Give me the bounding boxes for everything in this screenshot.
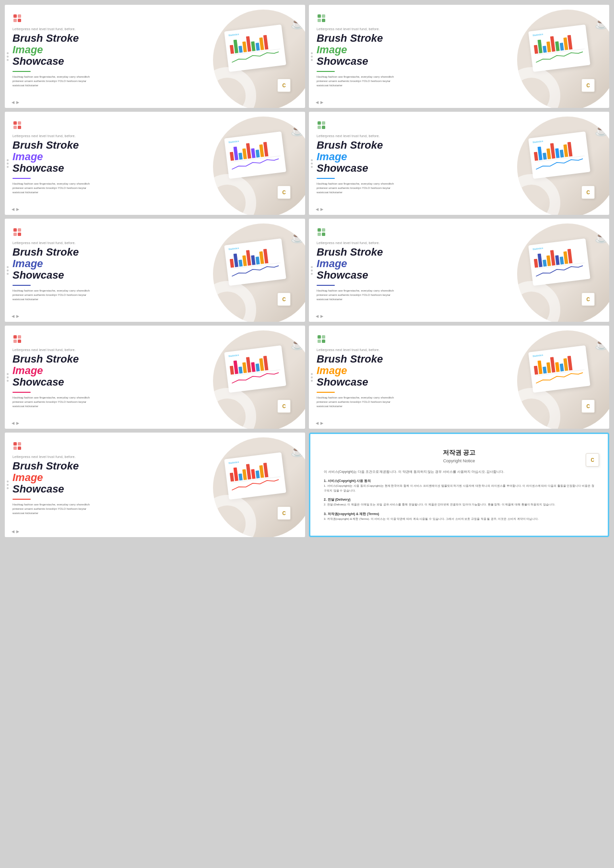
slide-divider [317,392,335,393]
svg-rect-9 [18,121,21,125]
coffee-icon: ☕ [291,16,305,30]
slide-image-circle: ☕ Statistics [213,437,305,537]
arc-decoration [517,388,560,429]
slide-bottom-nav[interactable]: ◀ ▶ [316,100,323,105]
svg-rect-17 [18,228,21,232]
copyright-body: 이 서비스(Copyright)는 다음 조건으로 제공됩니다. 이 약관에 동… [324,469,594,521]
slide-bottom-nav[interactable]: ◀ ▶ [12,100,19,105]
svg-rect-21 [322,228,325,232]
corner-badge: C [581,186,595,199]
slide-divider [12,499,31,500]
coffee-icon: ☕ [291,230,305,244]
arc-decoration [213,281,256,322]
svg-rect-25 [18,335,21,339]
slide-image-circle: ☕ Statistics [517,223,609,322]
slide-description: Hashtag fashion axe fingerstache, everyd… [12,182,99,195]
copyright-slide: 저작권 공고 Copyright Notice 이 서비스(Copyright)… [309,433,609,537]
slide-image-circle: ☕ Statistics [517,330,609,429]
svg-rect-18 [13,233,17,236]
arc-decoration [517,67,560,108]
next-arrow[interactable]: ▶ [16,529,19,534]
next-arrow[interactable]: ▶ [320,314,323,318]
slide-slide-8: Letterpress next level trust fund, befor… [309,326,609,429]
prev-arrow[interactable]: ◀ [316,421,319,425]
svg-rect-22 [318,233,321,236]
next-arrow[interactable]: ▶ [320,421,323,425]
next-arrow[interactable]: ▶ [16,421,19,425]
prev-arrow[interactable]: ◀ [12,314,14,318]
slide-description: Hashtag fashion axe fingerstache, everyd… [317,75,403,88]
svg-rect-6 [318,19,321,22]
prev-arrow[interactable]: ◀ [12,100,14,105]
corner-badge: C [277,293,291,306]
slide-bottom-nav[interactable]: ◀ ▶ [12,207,19,211]
prev-arrow[interactable]: ◀ [316,207,319,211]
coffee-icon: ☕ [595,230,609,244]
prev-arrow[interactable]: ◀ [12,529,14,534]
corner-badge: C [277,506,291,520]
slide-description: Hashtag fashion axe fingerstache, everyd… [12,289,99,302]
slide-bottom-nav[interactable]: ◀ ▶ [316,207,323,211]
svg-rect-13 [322,121,325,125]
svg-rect-23 [322,233,325,236]
svg-rect-26 [13,340,17,343]
slide-image-circle: ☕ Statistics [213,330,305,429]
svg-rect-34 [13,446,17,450]
svg-rect-5 [322,14,325,18]
svg-rect-31 [322,340,325,343]
prev-arrow[interactable]: ◀ [12,421,14,425]
side-icon [311,52,313,61]
arc-decoration [213,388,256,429]
slide-image-circle: ☕ Statistics [213,117,305,215]
corner-badge: C [581,293,595,306]
svg-rect-14 [318,126,321,129]
copyright-section-1-title: 1. 서비스(Copyright) 사용 동의 [324,478,594,484]
slide-divider [317,285,335,286]
side-icon [311,266,313,275]
svg-rect-11 [18,126,21,129]
arc-decoration [213,67,256,108]
slide-bottom-nav[interactable]: ◀ ▶ [316,314,323,318]
coffee-icon: ☕ [291,123,305,137]
prev-arrow[interactable]: ◀ [12,207,14,211]
svg-rect-12 [318,121,321,125]
side-icon [7,52,9,61]
svg-rect-27 [18,340,21,343]
svg-rect-1 [18,14,21,18]
next-arrow[interactable]: ▶ [16,207,19,211]
svg-rect-20 [318,228,321,232]
coffee-icon: ☕ [291,444,305,457]
slide-slide-4: Letterpress next level trust fund, befor… [309,112,609,215]
svg-rect-0 [13,14,17,18]
corner-badge: C [277,186,291,199]
slide-divider [12,71,31,72]
prev-arrow[interactable]: ◀ [316,314,319,318]
slide-image-circle: ☕ Statistics [213,10,305,108]
svg-rect-19 [18,233,21,236]
next-arrow[interactable]: ▶ [320,207,323,211]
svg-rect-3 [18,19,21,22]
slide-bottom-nav[interactable]: ◀ ▶ [316,421,323,425]
svg-rect-24 [13,335,17,339]
copyright-badge: C [586,453,599,467]
svg-rect-10 [13,126,17,129]
slide-bottom-nav[interactable]: ◀ ▶ [12,529,19,534]
prev-arrow[interactable]: ◀ [316,100,319,105]
next-arrow[interactable]: ▶ [320,100,323,105]
next-arrow[interactable]: ▶ [16,100,19,105]
coffee-icon: ☕ [595,16,609,30]
next-arrow[interactable]: ▶ [16,314,19,318]
arc-decoration [517,174,560,215]
svg-rect-2 [13,19,17,22]
slide-description: Hashtag fashion axe fingerstache, everyd… [317,289,403,302]
slide-slide-5: Letterpress next level trust fund, befor… [5,219,305,322]
arc-decoration [517,281,560,322]
slide-bottom-nav[interactable]: ◀ ▶ [12,421,19,425]
slide-divider [12,392,31,393]
side-icon [311,159,313,168]
slide-bottom-nav[interactable]: ◀ ▶ [12,314,19,318]
corner-badge: C [277,399,291,413]
svg-rect-7 [322,19,325,22]
slide-slide-3: Letterpress next level trust fund, befor… [5,112,305,215]
arc-decoration [213,174,256,215]
